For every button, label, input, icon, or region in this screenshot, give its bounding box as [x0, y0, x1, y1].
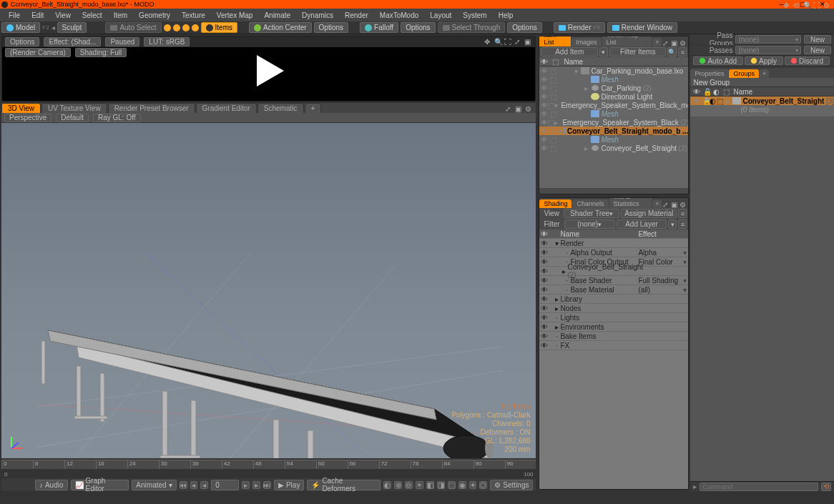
tab-schematic[interactable]: Schematic [257, 103, 304, 113]
options1-button[interactable]: Options [314, 22, 348, 33]
menu-texture[interactable]: Texture [176, 11, 211, 19]
animated-dropdown[interactable]: Animated ▾ [132, 480, 176, 490]
grapheditor-button[interactable]: 📈 Graph Editor [71, 480, 129, 490]
menu-edit[interactable]: Edit [26, 11, 49, 19]
panel-expand-icon[interactable]: ⤢ [662, 39, 669, 46]
play-button[interactable]: ▶ Play [274, 480, 304, 490]
tab-groups[interactable]: Groups [729, 69, 759, 78]
play-icon[interactable] [257, 55, 284, 87]
addlayer-opts-icon[interactable]: ≡ [678, 219, 687, 229]
itemlist-name-header[interactable]: Name [564, 58, 583, 66]
tb-icon-a[interactable]: ◐ [383, 481, 391, 489]
filter-items-input[interactable]: Filter Items [609, 47, 667, 56]
apply-button[interactable]: Apply [745, 56, 783, 65]
menu-geometry[interactable]: Geometry [133, 11, 176, 19]
autoadd-button[interactable]: Auto Add [693, 56, 743, 65]
vp-raygl[interactable]: Ray GL: Off [93, 114, 141, 122]
preview-camera[interactable]: (Render Camera) [5, 48, 71, 57]
tab-images[interactable]: Images [571, 38, 602, 46]
shader-tree[interactable]: 👁▾Render👁·Alpha OutputAlpha▾👁·Final Colo… [539, 239, 688, 489]
addlayer-dd[interactable]: ▾ [668, 219, 677, 229]
go-end-icon[interactable]: ⏭ [263, 481, 271, 489]
passes-dd[interactable]: (none) [735, 46, 801, 54]
filter-opts-icon[interactable]: ≡ [678, 47, 687, 56]
tab-gradient[interactable]: Gradient Editor [196, 103, 257, 113]
mode-icon-2[interactable] [173, 24, 180, 31]
selectthrough-button[interactable]: Select Through [438, 22, 506, 33]
undo-icon[interactable]: ⟲ [821, 483, 831, 491]
tab-plus[interactable]: + [305, 103, 322, 113]
vp-default[interactable]: Default [56, 114, 89, 122]
tb-icon-d[interactable]: ✶ [416, 481, 423, 489]
mode-icon-3[interactable] [182, 24, 190, 31]
discard-button[interactable]: Discard [785, 56, 830, 65]
preview-shading[interactable]: Shading: Full [75, 48, 127, 57]
sculpt-button[interactable]: Sculpt [57, 22, 87, 33]
menu-layout[interactable]: Layout [424, 11, 457, 19]
panel-gear-icon[interactable]: ⚙ [680, 39, 687, 46]
tb-icon-e[interactable]: ◧ [426, 481, 434, 489]
assign-material-button[interactable]: Assign Material [621, 209, 677, 218]
newgroup-button[interactable]: New Group [690, 78, 834, 87]
shader-row[interactable]: 👁·Base Material(all)▾ [539, 285, 688, 295]
menu-dynamics[interactable]: Dynamics [296, 11, 339, 19]
tb-icon-j[interactable]: ⬡ [479, 481, 487, 489]
menu-system[interactable]: System [457, 11, 492, 19]
preview-effect[interactable]: Effect: (Shad... [44, 37, 101, 46]
menu-animate[interactable]: Animate [258, 11, 296, 19]
item-row[interactable]: 👁⬚Directional Light [539, 92, 688, 101]
options3-button[interactable]: Options [507, 22, 541, 33]
menu-file[interactable]: File [3, 11, 26, 19]
vp-rotate-icon[interactable]: ⟲ [793, 1, 801, 9]
preview-paused[interactable]: Paused [105, 37, 139, 46]
item-row[interactable]: 👁⬚Mesh [539, 75, 688, 84]
items-button[interactable]: Items [201, 22, 237, 33]
menu-help[interactable]: Help [493, 11, 519, 19]
shader-row[interactable]: 👁·Alpha OutputAlpha▾ [539, 248, 688, 257]
axis-widget[interactable] [9, 434, 26, 451]
tab-shading-plus[interactable]: + [652, 199, 662, 208]
addlayer-button[interactable]: Add Layer [617, 219, 667, 229]
cache-button[interactable]: ⚡ Cache Deformers [307, 480, 381, 490]
filter-search-icon[interactable]: 🔍 [667, 47, 677, 56]
vp-zoom-icon[interactable]: 🔍 [803, 1, 811, 9]
vp-perspective[interactable]: Perspective [4, 114, 51, 122]
item-row[interactable]: 👁⬚▾Conveyor_Belt_Straight_modo_b ... [539, 127, 688, 135]
mode-icon-1[interactable] [164, 24, 171, 31]
tab-properties[interactable]: Properties [690, 69, 728, 78]
tab-presets[interactable]: Render Preset Browser [108, 103, 195, 113]
item-row[interactable]: 👁⬚▾Emergency_Speaker_System_Black_mod... [539, 101, 688, 109]
shader-row[interactable]: 👁▾Render [539, 239, 688, 248]
item-tree[interactable]: 👁⬚▾Car_Parking_modo_base.lxo👁⬚Mesh👁⬚▸Car… [539, 66, 688, 188]
preview-move-icon[interactable]: ✥ [484, 38, 492, 46]
shader-row[interactable]: 👁·Bake Items [539, 332, 688, 341]
tab-groups-plus[interactable]: + [760, 69, 769, 78]
renderwindow-button[interactable]: Render Window [607, 22, 677, 33]
passes-new-button[interactable]: New [804, 46, 831, 54]
passgroups-new-button[interactable]: New [804, 35, 831, 44]
panel2-max-icon[interactable]: ▣ [671, 201, 678, 208]
tab-vertexmaplist[interactable]: Vertex Map List [602, 36, 652, 46]
shadertree-dd[interactable]: Shader Tree ▾ [564, 209, 619, 218]
passgroups-dd[interactable]: (none) [735, 35, 801, 44]
model-button[interactable]: Model [1, 22, 40, 33]
vtab-max-icon[interactable]: ▣ [515, 105, 523, 113]
add-item-dd[interactable]: ▾ [599, 47, 608, 56]
tb-icon-h[interactable]: ◉ [458, 481, 466, 489]
shader-row[interactable]: 👁·Lights [539, 313, 688, 322]
vtab-expand-icon[interactable]: ⤢ [505, 105, 513, 113]
falloff-button[interactable]: Falloff [360, 22, 398, 33]
3d-viewport[interactable]: No Items Polygons : Catmull-Clark Channe… [1, 123, 536, 458]
preview-options[interactable]: Options [5, 37, 39, 46]
preview-zoom-icon[interactable]: 🔍 [494, 38, 502, 46]
audio-button[interactable]: ♪ Audio [35, 480, 68, 490]
item-row[interactable]: 👁⬚▸Emergency_Speaker_System_Black (2) [539, 118, 688, 127]
vp-gear-icon[interactable]: ⚙ [823, 1, 831, 9]
autoselect-button[interactable]: Auto Select [105, 22, 161, 33]
menu-render[interactable]: Render [339, 11, 374, 19]
vp-fit-icon[interactable]: ⛶ [813, 1, 821, 9]
go-start-icon[interactable]: ⏮ [180, 481, 187, 489]
panel2-expand-icon[interactable]: ⤢ [662, 201, 669, 208]
timeline[interactable]: 06121824303642485460667278849096 0 100 [1, 460, 536, 477]
preview-lut[interactable]: LUT: sRGB [144, 37, 190, 46]
